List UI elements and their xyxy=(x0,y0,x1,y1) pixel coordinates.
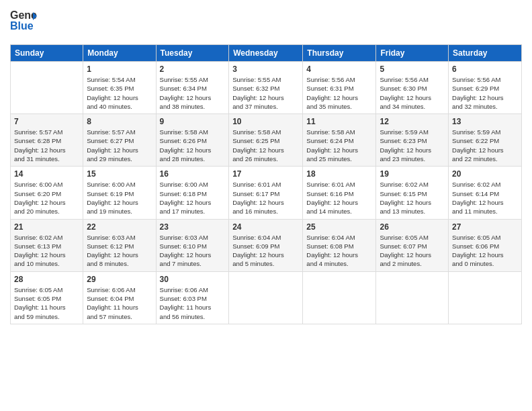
column-header-friday: Friday xyxy=(376,45,449,62)
calendar-cell: 30Sunrise: 6:06 AM Sunset: 6:03 PM Dayli… xyxy=(156,271,229,324)
day-number: 12 xyxy=(380,117,445,126)
calendar-cell: 15Sunrise: 6:00 AM Sunset: 6:19 PM Dayli… xyxy=(83,167,156,219)
calendar-week-row: 7Sunrise: 5:57 AM Sunset: 6:28 PM Daylig… xyxy=(11,114,522,167)
day-info: Sunrise: 6:01 AM Sunset: 6:16 PM Dayligh… xyxy=(306,180,372,216)
day-number: 27 xyxy=(452,222,518,232)
day-info: Sunrise: 6:05 AM Sunset: 6:06 PM Dayligh… xyxy=(452,233,518,269)
calendar-cell: 1Sunrise: 5:54 AM Sunset: 6:35 PM Daylig… xyxy=(83,62,156,114)
day-info: Sunrise: 6:01 AM Sunset: 6:17 PM Dayligh… xyxy=(232,180,299,216)
calendar-cell: 17Sunrise: 6:01 AM Sunset: 6:17 PM Dayli… xyxy=(229,167,303,219)
calendar-cell xyxy=(11,62,83,114)
calendar-cell: 20Sunrise: 6:02 AM Sunset: 6:14 PM Dayli… xyxy=(449,167,522,219)
day-number: 17 xyxy=(232,169,299,179)
calendar-cell xyxy=(229,271,303,324)
calendar-cell: 6Sunrise: 5:56 AM Sunset: 6:29 PM Daylig… xyxy=(449,62,522,114)
day-number: 14 xyxy=(14,169,79,179)
calendar-cell: 27Sunrise: 6:05 AM Sunset: 6:06 PM Dayli… xyxy=(449,219,522,271)
day-info: Sunrise: 5:55 AM Sunset: 6:34 PM Dayligh… xyxy=(160,75,226,111)
calendar-week-row: 1Sunrise: 5:54 AM Sunset: 6:35 PM Daylig… xyxy=(11,62,522,114)
calendar-header-row: SundayMondayTuesdayWednesdayThursdayFrid… xyxy=(11,45,522,62)
day-info: Sunrise: 6:00 AM Sunset: 6:19 PM Dayligh… xyxy=(87,180,152,216)
page: General Blue SundayMondayTuesdayWednesda… xyxy=(0,0,532,411)
calendar-cell: 11Sunrise: 5:58 AM Sunset: 6:24 PM Dayli… xyxy=(303,114,376,167)
day-number: 24 xyxy=(232,222,299,232)
day-number: 4 xyxy=(306,64,372,74)
calendar-body: 1Sunrise: 5:54 AM Sunset: 6:35 PM Daylig… xyxy=(11,62,522,324)
day-info: Sunrise: 6:05 AM Sunset: 6:07 PM Dayligh… xyxy=(380,233,445,269)
day-info: Sunrise: 6:02 AM Sunset: 6:13 PM Dayligh… xyxy=(14,233,79,269)
calendar-cell: 18Sunrise: 6:01 AM Sunset: 6:16 PM Dayli… xyxy=(303,167,376,219)
day-info: Sunrise: 5:56 AM Sunset: 6:29 PM Dayligh… xyxy=(452,75,518,111)
day-number: 13 xyxy=(452,117,518,126)
calendar-cell: 16Sunrise: 6:00 AM Sunset: 6:18 PM Dayli… xyxy=(156,167,229,219)
day-number: 25 xyxy=(306,222,372,232)
day-number: 6 xyxy=(452,64,518,74)
logo: General Blue xyxy=(10,7,37,39)
day-info: Sunrise: 6:04 AM Sunset: 6:09 PM Dayligh… xyxy=(232,233,299,269)
day-number: 15 xyxy=(87,169,152,179)
day-info: Sunrise: 5:58 AM Sunset: 6:25 PM Dayligh… xyxy=(232,128,299,163)
column-header-wednesday: Wednesday xyxy=(229,45,303,62)
day-info: Sunrise: 5:58 AM Sunset: 6:26 PM Dayligh… xyxy=(160,128,226,163)
day-info: Sunrise: 6:06 AM Sunset: 6:04 PM Dayligh… xyxy=(87,285,152,321)
day-number: 5 xyxy=(380,64,445,74)
day-info: Sunrise: 5:59 AM Sunset: 6:22 PM Dayligh… xyxy=(452,128,518,163)
calendar-week-row: 28Sunrise: 6:05 AM Sunset: 6:05 PM Dayli… xyxy=(11,271,522,324)
calendar-cell: 23Sunrise: 6:03 AM Sunset: 6:10 PM Dayli… xyxy=(156,219,229,271)
calendar-cell: 7Sunrise: 5:57 AM Sunset: 6:28 PM Daylig… xyxy=(11,114,83,167)
day-number: 1 xyxy=(87,64,152,74)
day-number: 30 xyxy=(160,275,226,284)
day-number: 23 xyxy=(160,222,226,232)
day-info: Sunrise: 6:05 AM Sunset: 6:05 PM Dayligh… xyxy=(14,285,79,321)
day-info: Sunrise: 6:00 AM Sunset: 6:20 PM Dayligh… xyxy=(14,180,79,216)
day-number: 8 xyxy=(87,117,152,126)
day-info: Sunrise: 5:57 AM Sunset: 6:27 PM Dayligh… xyxy=(87,128,152,163)
day-number: 11 xyxy=(306,117,372,126)
calendar-cell: 3Sunrise: 5:55 AM Sunset: 6:32 PM Daylig… xyxy=(229,62,303,114)
logo-icon: General Blue xyxy=(10,7,37,36)
day-number: 28 xyxy=(14,275,79,284)
calendar-cell: 19Sunrise: 6:02 AM Sunset: 6:15 PM Dayli… xyxy=(376,167,449,219)
calendar-cell: 2Sunrise: 5:55 AM Sunset: 6:34 PM Daylig… xyxy=(156,62,229,114)
day-info: Sunrise: 6:00 AM Sunset: 6:18 PM Dayligh… xyxy=(160,180,226,216)
day-info: Sunrise: 5:56 AM Sunset: 6:31 PM Dayligh… xyxy=(306,75,372,111)
calendar-cell: 9Sunrise: 5:58 AM Sunset: 6:26 PM Daylig… xyxy=(156,114,229,167)
day-info: Sunrise: 5:58 AM Sunset: 6:24 PM Dayligh… xyxy=(306,128,372,163)
day-info: Sunrise: 5:59 AM Sunset: 6:23 PM Dayligh… xyxy=(380,128,445,163)
day-info: Sunrise: 5:56 AM Sunset: 6:30 PM Dayligh… xyxy=(380,75,445,111)
day-number: 3 xyxy=(232,64,299,74)
day-info: Sunrise: 5:57 AM Sunset: 6:28 PM Dayligh… xyxy=(14,128,79,163)
calendar-table: SundayMondayTuesdayWednesdayThursdayFrid… xyxy=(10,44,522,324)
calendar-cell: 28Sunrise: 6:05 AM Sunset: 6:05 PM Dayli… xyxy=(11,271,83,324)
calendar-cell: 8Sunrise: 5:57 AM Sunset: 6:27 PM Daylig… xyxy=(83,114,156,167)
day-number: 19 xyxy=(380,169,445,179)
column-header-tuesday: Tuesday xyxy=(156,45,229,62)
calendar-cell xyxy=(449,271,522,324)
calendar-cell: 24Sunrise: 6:04 AM Sunset: 6:09 PM Dayli… xyxy=(229,219,303,271)
calendar-cell: 14Sunrise: 6:00 AM Sunset: 6:20 PM Dayli… xyxy=(11,167,83,219)
calendar-cell: 4Sunrise: 5:56 AM Sunset: 6:31 PM Daylig… xyxy=(303,62,376,114)
calendar-week-row: 14Sunrise: 6:00 AM Sunset: 6:20 PM Dayli… xyxy=(11,167,522,219)
calendar-cell: 21Sunrise: 6:02 AM Sunset: 6:13 PM Dayli… xyxy=(11,219,83,271)
day-number: 20 xyxy=(452,169,518,179)
column-header-monday: Monday xyxy=(83,45,156,62)
day-info: Sunrise: 6:03 AM Sunset: 6:12 PM Dayligh… xyxy=(87,233,152,269)
calendar-cell: 25Sunrise: 6:04 AM Sunset: 6:08 PM Dayli… xyxy=(303,219,376,271)
calendar-cell: 12Sunrise: 5:59 AM Sunset: 6:23 PM Dayli… xyxy=(376,114,449,167)
day-info: Sunrise: 6:02 AM Sunset: 6:14 PM Dayligh… xyxy=(452,180,518,216)
header: General Blue xyxy=(10,7,522,39)
day-number: 26 xyxy=(380,222,445,232)
calendar-cell: 10Sunrise: 5:58 AM Sunset: 6:25 PM Dayli… xyxy=(229,114,303,167)
calendar-cell: 13Sunrise: 5:59 AM Sunset: 6:22 PM Dayli… xyxy=(449,114,522,167)
day-number: 16 xyxy=(160,169,226,179)
calendar-cell xyxy=(376,271,449,324)
day-number: 10 xyxy=(232,117,299,126)
calendar-cell: 22Sunrise: 6:03 AM Sunset: 6:12 PM Dayli… xyxy=(83,219,156,271)
column-header-sunday: Sunday xyxy=(11,45,83,62)
svg-text:Blue: Blue xyxy=(10,20,34,32)
column-header-saturday: Saturday xyxy=(449,45,522,62)
day-number: 29 xyxy=(87,275,152,284)
day-info: Sunrise: 6:04 AM Sunset: 6:08 PM Dayligh… xyxy=(306,233,372,269)
calendar-cell: 5Sunrise: 5:56 AM Sunset: 6:30 PM Daylig… xyxy=(376,62,449,114)
day-info: Sunrise: 6:03 AM Sunset: 6:10 PM Dayligh… xyxy=(160,233,226,269)
